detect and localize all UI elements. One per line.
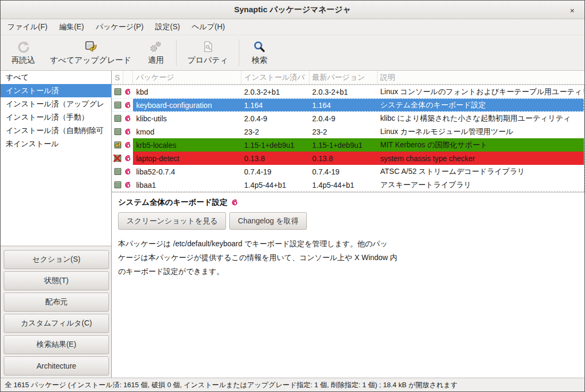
package-description: アスキーアートライブラリ [378, 178, 584, 191]
debian-swirl-icon [123, 165, 133, 178]
properties-button[interactable]: プロパティ [180, 38, 236, 68]
column-header-description[interactable]: 説明 [378, 71, 584, 84]
filter-item-installed-autoremovable[interactable]: インストール済（自動削除可 [1, 124, 111, 137]
debian-swirl-icon [123, 138, 133, 152]
filter-item-not-installed[interactable]: 未インストール [1, 137, 111, 151]
table-row-liba52[interactable]: liba52-0.7.4 0.7.4-19 0.7.4-19 ATSC A/52… [112, 165, 584, 178]
package-name: keyboard-configuration [133, 98, 241, 112]
apply-gears-icon [149, 40, 163, 54]
column-header-supported[interactable] [123, 71, 133, 84]
latest-version: 1.164 [310, 98, 378, 112]
column-header-latest-version[interactable]: 最新バージョン [310, 71, 378, 84]
status-installed-icon [112, 125, 123, 138]
debian-swirl-icon [123, 178, 133, 191]
table-row-krb5-locales[interactable]: krb5-locales 1.15-1+deb9u1 1.15-1+deb9u1… [112, 138, 584, 152]
search-icon [253, 40, 266, 54]
reload-label: 再読込 [11, 55, 35, 65]
main-area: すべて インストール済 インストール済（アップグレ インストール済（手動） イン… [1, 71, 584, 378]
status-installed-icon [112, 112, 123, 125]
debian-swirl-icon [123, 98, 133, 112]
column-header-package[interactable]: パッケージ [133, 71, 241, 84]
search-button[interactable]: 検索 [243, 38, 277, 68]
sidebar: すべて インストール済 インストール済（アップグレ インストール済（手動） イン… [1, 71, 112, 378]
menu-settings[interactable]: 設定(S) [149, 19, 186, 35]
debian-swirl-icon [123, 125, 133, 138]
table-row-klibc-utils[interactable]: klibc-utils 2.0.4-9 2.0.4-9 klibc により構築さ… [112, 112, 584, 125]
installed-version: 2.0.4-9 [241, 112, 310, 125]
debian-swirl-icon [123, 112, 133, 125]
filter-item-installed[interactable]: インストール済 [1, 84, 111, 97]
architecture-button[interactable]: Architecture [4, 356, 109, 376]
filter-list: すべて インストール済 インストール済（アップグレ インストール済（手動） イン… [1, 71, 112, 246]
package-name: kbd [133, 85, 241, 98]
sidebar-buttons: セクション(S) 状態(T) 配布元 カスタムフィルタ(C) 検索結果(E) A… [1, 246, 112, 378]
status-marked-upgrade-icon [112, 138, 123, 152]
synaptic-window: Synaptic パッケージマネージャ × ファイル(F) 編集(E) パッケー… [0, 0, 585, 392]
latest-version: 2.0.3-2+b1 [310, 85, 378, 98]
details-title: システム全体のキーボード設定 [118, 197, 228, 207]
column-header-status[interactable]: S [112, 71, 123, 84]
debian-swirl-icon [123, 152, 133, 165]
package-description: ATSC A/52 ストリームデコードライブラリ [378, 165, 584, 178]
content-area: S パッケージ インストール済バ 最新バージョン 説明 kbd 2.0.3-2+… [112, 71, 584, 378]
menu-file[interactable]: ファイル(F) [2, 19, 53, 35]
reload-icon [16, 40, 30, 54]
apply-button[interactable]: 適用 [139, 38, 173, 68]
search-label: 検索 [252, 55, 268, 65]
get-changelog-button[interactable]: Changelog を取得 [229, 212, 307, 230]
status-installed-icon [112, 178, 123, 191]
upgrade-all-label: すべてアップグレード [50, 55, 131, 65]
debian-swirl-icon [123, 85, 133, 98]
menu-package[interactable]: パッケージ(P) [90, 19, 149, 35]
close-button[interactable]: × [567, 5, 578, 15]
apply-label: 適用 [148, 55, 164, 65]
package-description: システム全体のキーボード設定 [378, 98, 584, 112]
package-long-description: 本パッケージは /etc/default/keyboard でキーボード設定を管… [118, 237, 578, 278]
table-row-kbd[interactable]: kbd 2.0.3-2+b1 2.0.3-2+b1 Linux コンソールのフォ… [112, 85, 584, 98]
package-description: Linux コンソールのフォントおよびキーテーブル用ユーティリティ [378, 85, 584, 98]
package-name: krb5-locales [133, 138, 241, 152]
menu-edit[interactable]: 編集(E) [53, 19, 90, 35]
package-name: liba52-0.7.4 [133, 165, 241, 178]
view-screenshot-button[interactable]: スクリーンショットを見る [118, 212, 226, 230]
statusbar: 全 1615 パッケージ (インストール済: 1615 個, 破損 0 個, イ… [1, 378, 584, 391]
status-installed-icon [112, 98, 123, 112]
table-row-laptop-detect[interactable]: laptop-detect 0.13.8 0.13.8 system chass… [112, 152, 584, 165]
filter-item-installed-upgradable[interactable]: インストール済（アップグレ [1, 97, 111, 111]
table-row-keyboard-configuration[interactable]: keyboard-configuration 1.164 1.164 システム全… [112, 98, 584, 112]
toolbar-separator [239, 39, 239, 66]
column-header-installed-version[interactable]: インストール済バ [241, 71, 310, 84]
installed-version: 0.13.8 [241, 152, 310, 165]
origin-button[interactable]: 配布元 [4, 293, 109, 312]
status-marked-removal-icon [112, 152, 123, 165]
reload-button[interactable]: 再読込 [4, 38, 43, 68]
sections-button[interactable]: セクション(S) [4, 250, 109, 269]
package-table: S パッケージ インストール済バ 最新バージョン 説明 kbd 2.0.3-2+… [112, 71, 584, 192]
package-description: MIT Kerberos の国際化サポート [378, 138, 584, 152]
debian-swirl-icon [231, 199, 239, 206]
search-results-button[interactable]: 検索結果(E) [4, 335, 109, 354]
installed-version: 0.7.4-19 [241, 165, 310, 178]
details-panel: システム全体のキーボード設定 スクリーンショットを見る Changelog を取… [112, 192, 584, 378]
package-description: klibc により構築された小さな起動初期用ユーティリティ [378, 112, 584, 125]
latest-version: 2.0.4-9 [310, 112, 378, 125]
menu-help[interactable]: ヘルプ(H) [186, 19, 231, 35]
table-row-libaa1[interactable]: libaa1 1.4p5-44+b1 1.4p5-44+b1 アスキーアートライ… [112, 178, 584, 191]
toolbar: 再読込 すべてアップグレード 適用 [1, 35, 584, 71]
table-body: kbd 2.0.3-2+b1 2.0.3-2+b1 Linux コンソールのフォ… [112, 85, 584, 192]
filter-item-installed-manual[interactable]: インストール済（手動） [1, 111, 111, 124]
latest-version: 1.4p5-44+b1 [310, 178, 378, 191]
latest-version: 0.13.8 [310, 152, 378, 165]
status-installed-icon [112, 165, 123, 178]
package-description: Linux カーネルモジュール管理用ツール [378, 125, 584, 138]
filter-item-all[interactable]: すべて [1, 71, 111, 84]
custom-filters-button[interactable]: カスタムフィルタ(C) [4, 314, 109, 333]
upgrade-all-button[interactable]: すべてアップグレード [43, 38, 139, 68]
upgrade-all-icon [84, 40, 98, 54]
package-name: libaa1 [133, 178, 241, 191]
table-header: S パッケージ インストール済バ 最新バージョン 説明 [112, 71, 584, 85]
table-row-kmod[interactable]: kmod 23-2 23-2 Linux カーネルモジュール管理用ツール [112, 125, 584, 138]
latest-version: 23-2 [310, 125, 378, 138]
window-title: Synaptic パッケージマネージャ [234, 5, 351, 15]
status-button[interactable]: 状態(T) [4, 271, 109, 290]
